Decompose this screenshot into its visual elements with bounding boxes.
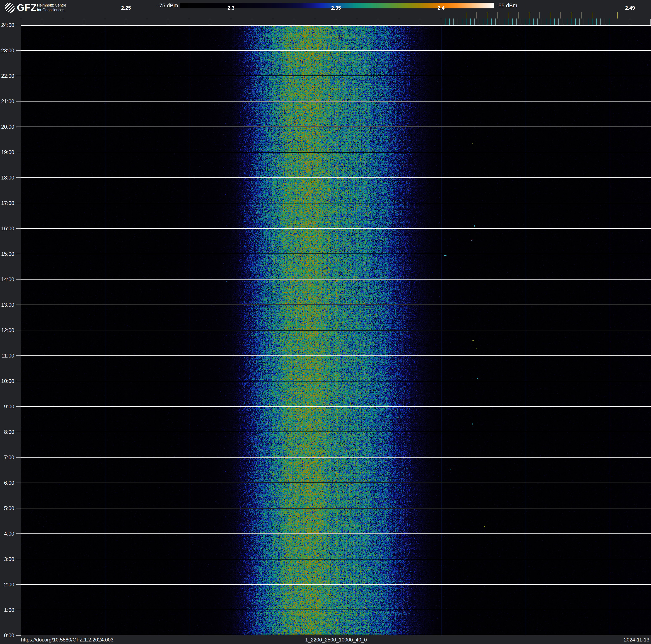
hour-label: 6:00: [0, 480, 14, 486]
hour-label: 14:00: [0, 276, 14, 283]
colorbar-max-label: -55 dBm: [497, 2, 517, 8]
hour-tick: [17, 279, 21, 280]
wifi-channel-tick: [476, 12, 477, 19]
freq-axis-label: 2.25: [121, 5, 131, 11]
bluetooth-channel-tick: [449, 19, 450, 25]
freq-tick-minor: [441, 19, 441, 25]
hour-label: 17:00: [0, 200, 14, 206]
bluetooth-channel-tick: [554, 19, 555, 25]
hour-tick: [17, 203, 21, 203]
hour-tick: [17, 584, 21, 585]
dataset-id-label: 1_2200_2500_10000_40_0: [305, 637, 367, 643]
freq-tick-minor: [315, 19, 315, 25]
hour-tick: [17, 559, 21, 559]
freq-tick-minor: [252, 19, 252, 25]
bluetooth-channel-tick: [533, 19, 534, 25]
freq-tick-minor: [336, 19, 336, 25]
hour-label: 3:00: [0, 556, 14, 562]
hour-label: 7:00: [0, 454, 14, 461]
hour-label: 10:00: [0, 378, 14, 384]
freq-tick-minor: [420, 19, 420, 25]
spectrogram-canvas: [21, 25, 651, 635]
freq-tick-minor: [126, 19, 126, 25]
bluetooth-channel-tick: [588, 19, 588, 25]
gfz-logo-icon: [5, 3, 15, 13]
hour-label: 20:00: [0, 124, 14, 130]
wifi-channel-tick: [617, 12, 618, 19]
bluetooth-channel-tick: [567, 19, 567, 25]
bluetooth-channel-tick: [596, 19, 597, 25]
freq-axis-label: 2.35: [331, 5, 341, 11]
wifi-channel-tick: [508, 12, 508, 19]
bluetooth-channel-tick: [571, 19, 571, 25]
hour-label: 24:00: [0, 22, 14, 28]
hour-tick: [17, 482, 21, 483]
freq-tick-minor: [378, 19, 378, 25]
hour-tick: [17, 457, 21, 458]
bluetooth-channel-tick: [462, 19, 462, 25]
freq-tick-minor: [21, 19, 21, 25]
freq-tick-minor: [168, 19, 168, 25]
bluetooth-channel-tick: [483, 19, 483, 25]
hour-tick: [17, 610, 21, 610]
wifi-channel-tick: [487, 12, 488, 19]
bluetooth-channel-tick: [454, 19, 454, 25]
freq-tick-minor: [105, 19, 105, 25]
hour-tick: [17, 533, 21, 534]
hour-label: 23:00: [0, 47, 14, 54]
hour-tick: [17, 126, 21, 127]
freq-tick-minor: [189, 19, 189, 25]
hour-tick: [17, 381, 21, 381]
bluetooth-channel-tick: [563, 19, 563, 25]
hour-tick: [17, 406, 21, 407]
bluetooth-channel-tick: [600, 19, 601, 25]
hour-label: 2:00: [0, 581, 14, 588]
hour-tick: [17, 152, 21, 152]
freq-tick-minor: [357, 19, 357, 25]
bluetooth-channel-tick: [495, 19, 496, 25]
freq-axis-label: 2.3: [227, 5, 235, 11]
hour-tick: [17, 228, 21, 229]
hour-tick: [17, 254, 21, 254]
bluetooth-channel-tick: [546, 19, 546, 25]
bluetooth-channel-tick: [470, 19, 471, 25]
wifi-channel-tick: [592, 12, 592, 19]
wifi-channel-tick: [497, 12, 498, 19]
bluetooth-channel-tick: [478, 19, 479, 25]
hour-label: 18:00: [0, 174, 14, 181]
hour-label: 21:00: [0, 98, 14, 105]
freq-axis-label: 2.49: [625, 5, 635, 11]
bluetooth-channel-tick: [529, 19, 529, 25]
hour-label: 9:00: [0, 403, 14, 410]
wifi-channel-tick: [466, 12, 466, 19]
freq-tick-minor: [84, 19, 84, 25]
hour-tick: [17, 355, 21, 356]
hour-tick: [17, 330, 21, 330]
hour-label: 1:00: [0, 607, 14, 613]
doi-link[interactable]: https://doi.org/10.5880/GFZ.1.2.2024.003: [21, 637, 114, 643]
bluetooth-channel-tick: [508, 19, 508, 25]
hour-tick: [17, 635, 21, 636]
wifi-channel-tick: [571, 12, 571, 19]
bluetooth-channel-tick: [458, 19, 458, 25]
bluetooth-channel-tick: [521, 19, 521, 25]
hour-tick: [17, 76, 21, 76]
bluetooth-channel-tick: [537, 19, 538, 25]
freq-tick-minor: [210, 19, 210, 25]
freq-tick-minor: [147, 19, 147, 25]
hour-tick: [17, 25, 21, 25]
hour-label: 13:00: [0, 302, 14, 308]
wifi-channel-tick: [550, 12, 550, 19]
freq-tick-minor: [273, 19, 273, 25]
bluetooth-channel-tick: [504, 19, 504, 25]
bluetooth-channel-tick: [604, 19, 605, 25]
hour-label: 19:00: [0, 149, 14, 155]
bluetooth-channel-tick: [466, 19, 466, 25]
hour-tick: [17, 50, 21, 51]
hour-tick: [17, 304, 21, 305]
hour-label: 0:00: [0, 632, 14, 639]
freq-tick-minor: [294, 19, 294, 25]
freq-tick-minor: [650, 19, 651, 25]
gfz-logo-text: GFZ: [17, 2, 37, 13]
hour-label: 16:00: [0, 225, 14, 232]
